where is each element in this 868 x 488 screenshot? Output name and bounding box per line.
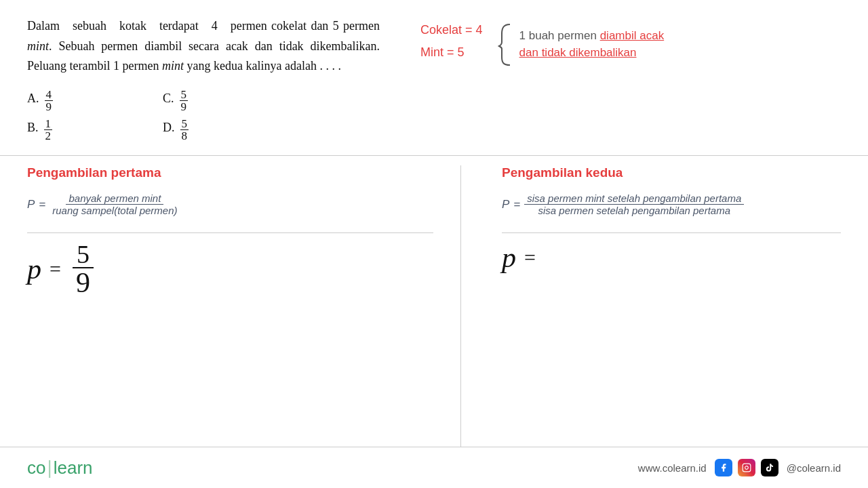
at-colearn-text: @colearn.id <box>787 462 841 474</box>
italic-mint2: mint <box>162 59 184 73</box>
left-hw-fraction: 5 9 <box>72 241 94 297</box>
fraction-d-den: 8 <box>180 130 189 142</box>
left-formula-p: P <box>27 198 35 211</box>
option-c-label: C. <box>163 89 174 109</box>
right-formula-num: sisa permen mint setelah pengambilan per… <box>524 192 744 205</box>
brace-container: 1 buah permen diambil acak dan tidak dik… <box>496 23 665 66</box>
fraction-a-num: 4 <box>45 89 54 101</box>
solving-section: Pengambilan pertama P = banyak permen mi… <box>0 156 868 447</box>
fraction-b-den: 2 <box>44 130 53 142</box>
right-formula-p: P <box>502 198 509 211</box>
left-hw-eq: = <box>50 258 61 281</box>
fraction-c: 5 9 <box>180 89 189 113</box>
left-hw-p: p <box>27 253 41 285</box>
sub-divider-left <box>27 232 433 233</box>
tiktok-icon[interactable] <box>761 459 778 476</box>
left-formula-fraction: banyak permen mint ruang sampel(total pe… <box>50 192 180 216</box>
option-d-label: D. <box>163 118 175 138</box>
left-hw-den: 9 <box>72 268 94 297</box>
brace-description: 1 buah permen diambil acak dan tidak dik… <box>519 28 665 61</box>
logo-separator: | <box>47 457 52 478</box>
info-box: Cokelat = 4 Mint = 5 1 buah permen diamb… <box>380 16 841 142</box>
fraction-a: 4 9 <box>45 89 54 113</box>
colearn-logo: co|learn <box>27 457 93 479</box>
question-paragraph: Dalam sebuah kotak terdapat 4 permen cok… <box>27 16 380 77</box>
top-section: Dalam sebuah kotak terdapat 4 permen cok… <box>0 0 868 155</box>
sub-divider-right <box>502 232 841 233</box>
option-a-label: A. <box>27 89 39 109</box>
fraction-a-den: 9 <box>45 101 54 113</box>
candy-info: Cokelat = 4 Mint = 5 1 buah permen diamb… <box>420 23 667 66</box>
right-handwritten: p = <box>502 241 841 274</box>
candy-labels: Cokelat = 4 Mint = 5 <box>420 23 483 66</box>
left-section-title: Pengambilan pertama <box>27 165 433 180</box>
website-url: www.colearn.id <box>638 462 707 474</box>
option-c: C. 5 9 <box>163 89 298 113</box>
mint-label: Mint = 5 <box>420 45 483 60</box>
solve-left: Pengambilan pertama P = banyak permen mi… <box>27 165 461 447</box>
right-section-title: Pengambilan kedua <box>502 165 841 180</box>
main-content: Dalam sebuah kotak terdapat 4 permen cok… <box>0 0 868 488</box>
italic-mint1: mint <box>27 39 49 53</box>
fraction-c-den: 9 <box>180 101 189 113</box>
right-formula-eq: = <box>513 198 520 211</box>
underline-diambil: diambil acak <box>600 29 665 42</box>
option-d: D. 5 8 <box>163 118 298 142</box>
logo-co: co <box>27 458 45 478</box>
right-hw-eq: = <box>524 246 536 269</box>
bottom-right: www.colearn.id @colearn.id <box>638 459 841 476</box>
right-hw-p: p <box>502 241 516 274</box>
bottom-bar: co|learn www.colearn.id @colearn.id <box>0 447 868 488</box>
fraction-b: 1 2 <box>44 118 53 142</box>
left-formula-eq: = <box>39 198 45 211</box>
left-handwritten: p = 5 9 <box>27 241 433 297</box>
logo-learn: learn <box>54 458 93 478</box>
left-hw-num: 5 <box>73 241 94 268</box>
fraction-c-num: 5 <box>180 89 189 101</box>
left-formula-num: banyak permen mint <box>66 192 163 205</box>
left-formula: P = banyak permen mint ruang sampel(tota… <box>27 192 433 216</box>
right-formula: P = sisa permen mint setelah pengambilan… <box>502 192 841 216</box>
social-icons <box>715 459 778 476</box>
left-formula-den: ruang sampel(total permen) <box>50 205 180 216</box>
fraction-d-num: 5 <box>180 118 189 130</box>
svg-rect-0 <box>743 464 751 472</box>
fraction-b-num: 1 <box>44 118 53 130</box>
brace-icon <box>496 23 513 66</box>
cokelat-label: Cokelat = 4 <box>420 23 483 37</box>
facebook-icon[interactable] <box>715 459 732 476</box>
answer-options: A. 4 9 C. 5 9 B. 1 <box>27 89 380 142</box>
option-b-label: B. <box>27 118 39 138</box>
underline-tidak: dan tidak dikembalikan <box>519 46 637 59</box>
instagram-icon[interactable] <box>738 459 755 476</box>
right-formula-fraction: sisa permen mint setelah pengambilan per… <box>524 192 744 216</box>
right-formula-den: sisa permen setelah pengambilan pertama <box>536 205 734 216</box>
option-a: A. 4 9 <box>27 89 163 113</box>
fraction-d: 5 8 <box>180 118 189 142</box>
question-block: Dalam sebuah kotak terdapat 4 permen cok… <box>27 16 380 142</box>
option-b: B. 1 2 <box>27 118 163 142</box>
solve-right: Pengambilan kedua P = sisa permen mint s… <box>461 165 841 447</box>
